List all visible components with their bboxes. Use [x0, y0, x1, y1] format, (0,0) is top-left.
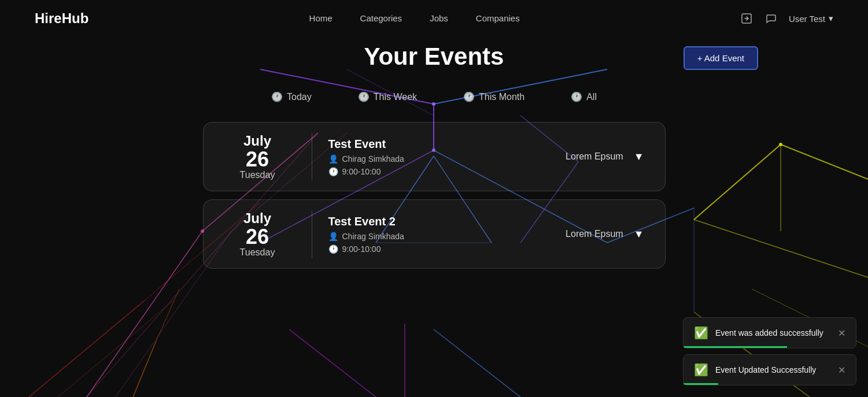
organizer-name-1: Chirag Simkhada	[342, 154, 404, 164]
event-description-2: Lorem Epsum	[566, 229, 623, 239]
clock-icon-week: 🕐	[358, 91, 370, 102]
user-menu[interactable]: User Test ▾	[789, 13, 833, 24]
nav-links: Home Categories Jobs Companies	[309, 13, 520, 24]
toast-1: ✅ Event was added successfully ✕	[683, 317, 856, 348]
event-details-2: Test Event 2 👤 Chirag Simkhada 🕐 9:00-10…	[312, 215, 555, 254]
time-value-1: 9:00-10:00	[342, 167, 381, 176]
brand-logo[interactable]: HireHub	[35, 10, 88, 27]
time-value-2: 9:00-10:00	[342, 244, 381, 254]
person-icon-2: 👤	[328, 232, 338, 241]
tab-this-month-label: This Month	[479, 92, 525, 102]
dropdown-arrow-icon: ▾	[829, 13, 833, 24]
tab-this-week-label: This Week	[374, 92, 417, 102]
clock-icon-month: 🕐	[463, 91, 475, 102]
event-title-2: Test Event 2	[328, 215, 555, 228]
clock-icon-event-1: 🕐	[328, 167, 338, 176]
toast-close-2[interactable]: ✕	[838, 365, 845, 376]
event-details-1: Test Event 👤 Chirag Simkhada 🕐 9:00-10:0…	[312, 138, 555, 176]
event-card-1: July 26 Tuesday Test Event 👤 Chirag Simk…	[203, 122, 666, 191]
event-title-1: Test Event	[328, 138, 555, 151]
toast-text-2: Event Updated Successfully	[715, 365, 831, 374]
event-day-1: 26	[246, 149, 269, 170]
nav-companies[interactable]: Companies	[476, 13, 520, 23]
toast-success-icon-1: ✅	[694, 326, 708, 340]
event-dropdown-2[interactable]: ▼	[629, 226, 649, 243]
clock-icon-event-2: 🕐	[328, 244, 338, 254]
navbar-right: User Test ▾	[740, 12, 833, 25]
tab-all[interactable]: 🕐 All	[565, 88, 603, 106]
event-time-2: 🕐 9:00-10:00	[328, 244, 555, 254]
tab-today-label: Today	[287, 92, 312, 102]
clock-icon-today: 🕐	[271, 91, 283, 102]
event-dropdown-1[interactable]: ▼	[629, 149, 649, 165]
toast-success-icon-2: ✅	[694, 363, 708, 377]
nav-home[interactable]: Home	[309, 13, 333, 23]
event-organizer-2: 👤 Chirag Simkhada	[328, 232, 555, 241]
nav-categories[interactable]: Categories	[360, 13, 402, 23]
event-description-1: Lorem Epsum	[566, 151, 623, 162]
toast-text-1: Event was added successfully	[715, 328, 831, 337]
toast-close-1[interactable]: ✕	[838, 328, 845, 339]
toast-container: ✅ Event was added successfully ✕ ✅ Event…	[683, 317, 856, 385]
clock-icon-all: 🕐	[571, 91, 582, 102]
add-event-label: + Add Event	[697, 53, 744, 63]
event-weekday-1: Tuesday	[240, 170, 275, 180]
tab-this-week[interactable]: 🕐 This Week	[352, 88, 423, 106]
tab-all-label: All	[586, 92, 597, 102]
person-icon-1: 👤	[328, 154, 338, 164]
toast-2: ✅ Event Updated Successfully ✕	[683, 354, 856, 385]
toast-progress-2	[684, 383, 718, 385]
event-weekday-2: Tuesday	[240, 247, 275, 258]
event-month-2: July	[243, 210, 271, 227]
tab-today[interactable]: 🕐 Today	[265, 88, 317, 106]
event-time-1: 🕐 9:00-10:00	[328, 167, 555, 176]
filter-tabs: 🕐 Today 🕐 This Week 🕐 This Month 🕐 All	[265, 88, 603, 106]
user-label: User Test	[789, 14, 825, 24]
event-organizer-1: 👤 Chirag Simkhada	[328, 154, 555, 164]
event-date-1: July 26 Tuesday	[220, 133, 312, 180]
main-content: Your Events 🕐 Today 🕐 This Week 🕐 This M…	[0, 37, 868, 269]
event-month-1: July	[243, 133, 271, 149]
events-list: July 26 Tuesday Test Event 👤 Chirag Simk…	[203, 122, 666, 269]
event-date-2: July 26 Tuesday	[220, 210, 312, 258]
event-day-2: 26	[246, 227, 269, 247]
toast-progress-1	[684, 346, 787, 348]
organizer-name-2: Chirag Simkhada	[342, 232, 404, 241]
navbar: HireHub Home Categories Jobs Companies U…	[0, 0, 868, 37]
tab-this-month[interactable]: 🕐 This Month	[457, 88, 530, 106]
add-event-button[interactable]: + Add Event	[684, 46, 758, 70]
event-card-2: July 26 Tuesday Test Event 2 👤 Chirag Si…	[203, 199, 666, 269]
page-title: Your Events	[364, 43, 504, 71]
share-icon[interactable]	[740, 12, 753, 25]
chat-icon[interactable]	[764, 12, 777, 25]
nav-jobs[interactable]: Jobs	[430, 13, 448, 23]
